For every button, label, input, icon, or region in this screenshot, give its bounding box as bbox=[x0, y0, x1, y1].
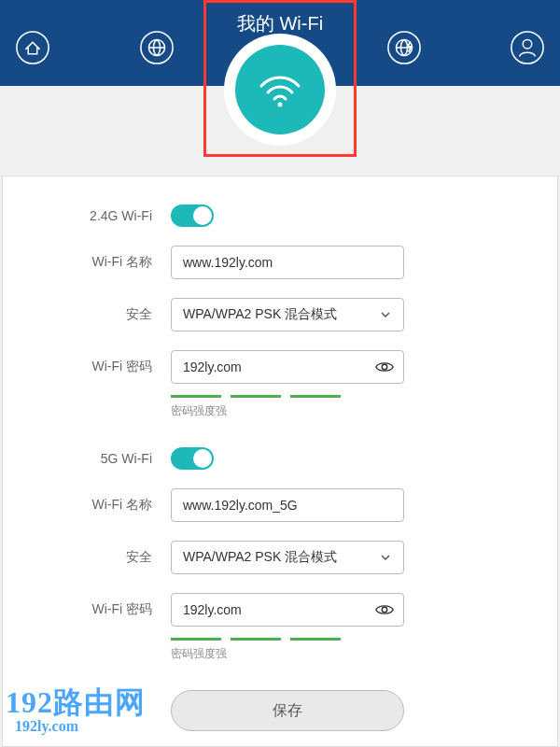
user-icon[interactable] bbox=[510, 30, 545, 65]
wifi-icon bbox=[254, 63, 306, 116]
wifi5-security-select[interactable]: WPA/WPA2 PSK 混合模式 bbox=[171, 541, 404, 574]
wifi5-toggle[interactable] bbox=[171, 447, 214, 470]
svg-point-0 bbox=[17, 32, 49, 63]
svg-point-6 bbox=[523, 39, 532, 49]
wifi24-strength-bar bbox=[171, 395, 404, 398]
wifi24-security-label: 安全 bbox=[3, 306, 171, 323]
wifi5-password-input[interactable] bbox=[171, 593, 404, 627]
wifi24-password-input[interactable] bbox=[171, 350, 404, 384]
wifi5-strength-bar bbox=[171, 638, 404, 641]
wifi5-name-label: Wi-Fi 名称 bbox=[3, 497, 171, 514]
wifi24-password-label: Wi-Fi 密码 bbox=[3, 359, 171, 375]
wifi5-security-value: WPA/WPA2 PSK 混合模式 bbox=[183, 549, 337, 566]
wifi5-heading: 5G Wi-Fi bbox=[3, 451, 171, 466]
svg-point-9 bbox=[382, 607, 387, 613]
wifi5-security-label: 安全 bbox=[3, 549, 171, 566]
globe-fast-icon[interactable] bbox=[386, 30, 422, 65]
wifi5-password-label: Wi-Fi 密码 bbox=[3, 601, 171, 618]
wifi-tab-active[interactable] bbox=[224, 34, 336, 146]
svg-point-7 bbox=[278, 103, 283, 107]
wifi5-strength-text: 密码强度强 bbox=[171, 646, 404, 662]
wifi24-heading: 2.4G Wi-Fi bbox=[3, 208, 171, 223]
svg-point-8 bbox=[382, 364, 387, 370]
globe-icon[interactable] bbox=[139, 30, 175, 65]
wifi24-name-input[interactable] bbox=[171, 246, 404, 279]
wifi24-name-label: Wi-Fi 名称 bbox=[3, 254, 171, 271]
wifi24-security-value: WPA/WPA2 PSK 混合模式 bbox=[183, 306, 337, 323]
chevron-down-icon bbox=[379, 308, 392, 321]
wifi5-name-input[interactable] bbox=[171, 488, 404, 522]
svg-point-5 bbox=[511, 32, 543, 63]
eye-visibility-icon[interactable] bbox=[374, 599, 395, 620]
wifi24-strength-text: 密码强度强 bbox=[171, 403, 404, 419]
save-button[interactable]: 保存 bbox=[171, 690, 404, 731]
home-icon[interactable] bbox=[15, 30, 50, 65]
wifi24-toggle[interactable] bbox=[171, 204, 214, 227]
wifi24-security-select[interactable]: WPA/WPA2 PSK 混合模式 bbox=[171, 298, 404, 331]
eye-visibility-icon[interactable] bbox=[374, 357, 395, 377]
chevron-down-icon bbox=[379, 551, 392, 564]
settings-panel: 2.4G Wi-Fi Wi-Fi 名称 安全 WPA/WPA2 PSK 混合模式… bbox=[2, 176, 558, 747]
